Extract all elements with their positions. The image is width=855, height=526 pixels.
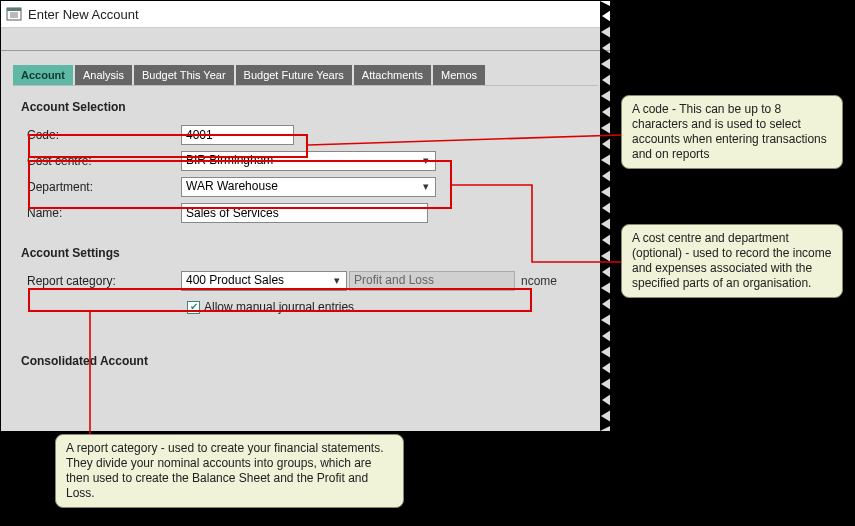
row-report-category: Report category: 400 Product Sales Profi… [21,270,590,292]
window-title: Enter New Account [28,7,139,22]
window-body: Account Analysis Budget This Year Budget… [1,51,610,431]
cutoff-text: ncome [521,274,557,288]
cost-centre-value: BIR Birmingham [186,153,273,167]
app-icon [6,6,22,22]
tab-analysis[interactable]: Analysis [75,65,132,85]
row-department: Department: WAR Warehouse [21,176,590,198]
section-account-settings: Account Settings [21,246,590,260]
allow-manual-label: Allow manual journal entries [204,300,354,314]
label-cost-centre: Cost centre: [21,154,181,168]
department-value: WAR Warehouse [186,179,278,193]
annotation-reportcat: A report category - used to create your … [55,434,404,508]
report-type-field: Profit and Loss [349,271,515,291]
label-code: Code: [21,128,181,142]
code-input[interactable] [181,125,294,145]
ribbon-bar [1,28,610,51]
annotation-ccdept: A cost centre and department (optional) … [621,224,843,298]
section-account-selection: Account Selection [21,100,590,114]
tab-strip: Account Analysis Budget This Year Budget… [13,65,598,85]
torn-edge-decoration [600,1,614,431]
svg-rect-1 [7,8,21,11]
tab-account[interactable]: Account [13,65,73,85]
tab-budget-future-years[interactable]: Budget Future Years [236,65,352,85]
annotation-code: A code - This can be up to 8 characters … [621,95,843,169]
account-panel: Account Selection Code: Cost centre: BIR… [13,85,598,388]
name-input[interactable] [181,203,428,223]
report-category-value: 400 Product Sales [186,273,284,287]
label-department: Department: [21,180,181,194]
window: Enter New Account Account Analysis Budge… [1,1,610,431]
row-name: Name: [21,202,590,224]
tab-memos[interactable]: Memos [433,65,485,85]
label-report-category: Report category: [21,274,181,288]
allow-manual-checkbox[interactable]: ✔ [187,301,200,314]
title-bar: Enter New Account [1,1,610,28]
label-name: Name: [21,206,181,220]
row-code: Code: [21,124,590,146]
allow-manual-checkbox-row: ✔ Allow manual journal entries [187,300,590,314]
cost-centre-dropdown[interactable]: BIR Birmingham [181,151,436,171]
tab-budget-this-year[interactable]: Budget This Year [134,65,234,85]
department-dropdown[interactable]: WAR Warehouse [181,177,436,197]
svg-marker-5 [600,1,614,431]
section-consolidated-account: Consolidated Account [21,354,590,368]
tab-attachments[interactable]: Attachments [354,65,431,85]
report-category-dropdown[interactable]: 400 Product Sales [181,271,347,291]
row-cost-centre: Cost centre: BIR Birmingham [21,150,590,172]
